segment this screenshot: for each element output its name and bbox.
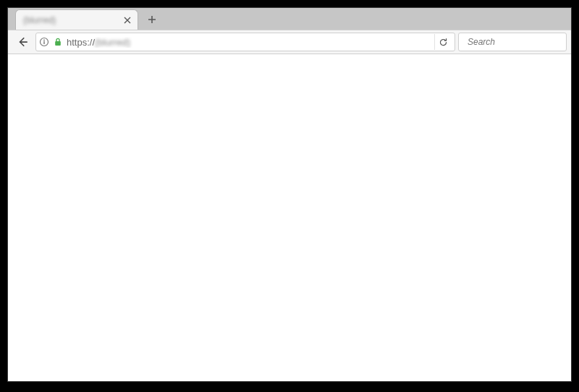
search-input[interactable] bbox=[468, 37, 577, 47]
back-arrow-icon bbox=[17, 37, 28, 47]
svg-point-1 bbox=[43, 40, 45, 41]
browser-window: (blurred) https:// bbox=[7, 7, 572, 382]
reload-icon bbox=[439, 38, 448, 47]
url-host: (blurred) bbox=[95, 37, 130, 48]
svg-rect-3 bbox=[55, 41, 61, 46]
address-bar[interactable]: https:// (blurred) bbox=[35, 33, 455, 51]
info-icon bbox=[39, 37, 49, 47]
svg-rect-2 bbox=[43, 41, 44, 44]
plus-icon bbox=[148, 15, 156, 24]
tab-title: (blurred) bbox=[23, 15, 122, 25]
new-tab-button[interactable] bbox=[143, 10, 161, 29]
tab-strip: (blurred) bbox=[8, 8, 571, 30]
search-bar[interactable] bbox=[458, 33, 567, 51]
tab-close-button[interactable] bbox=[122, 14, 133, 26]
lock-icon bbox=[54, 38, 62, 46]
url-text[interactable]: https:// (blurred) bbox=[67, 37, 430, 48]
back-button[interactable] bbox=[12, 33, 33, 51]
site-info-button[interactable] bbox=[39, 37, 49, 47]
close-icon bbox=[124, 17, 131, 24]
active-tab[interactable]: (blurred) bbox=[15, 9, 138, 30]
page-content bbox=[8, 54, 571, 381]
navigation-toolbar: https:// (blurred) bbox=[8, 30, 571, 54]
reload-button[interactable] bbox=[434, 34, 452, 50]
url-scheme: https:// bbox=[67, 37, 95, 48]
